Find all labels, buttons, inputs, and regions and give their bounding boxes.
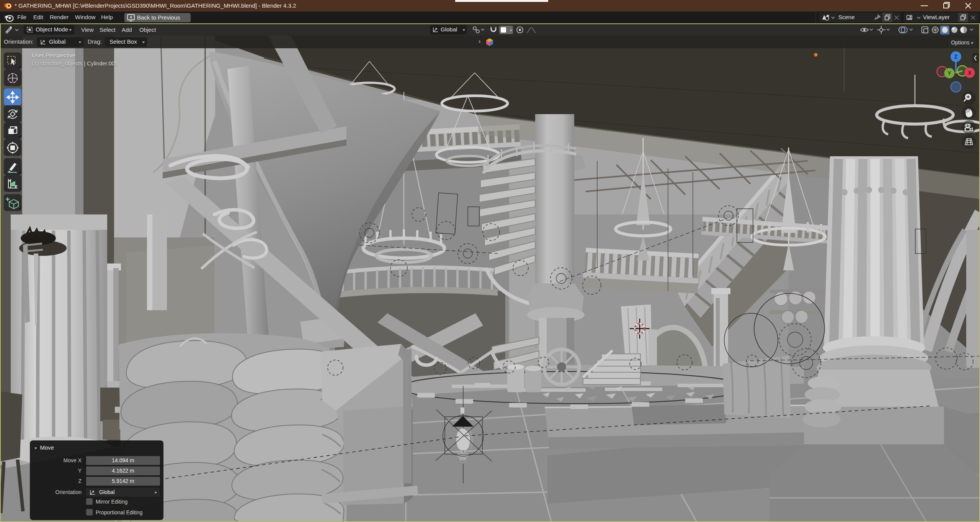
svg-text:Y: Y xyxy=(947,70,951,76)
svg-text:X: X xyxy=(968,70,972,76)
svg-text:Z: Z xyxy=(954,54,958,60)
